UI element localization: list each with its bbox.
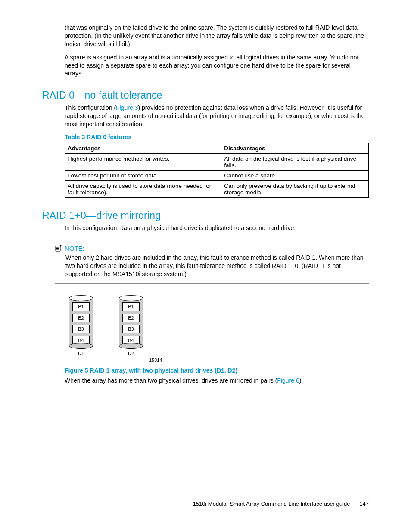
drive-label: D1: [78, 351, 84, 356]
figure-number: 15314: [149, 358, 369, 363]
block: B3: [122, 325, 140, 333]
page-footer: 1510i Modular Smart Array Command Line I…: [193, 501, 369, 507]
page-number: 147: [352, 501, 369, 507]
table-row: Highest performance method for writes. A…: [65, 154, 369, 171]
cylinder-top: [119, 295, 143, 301]
table-header-row: Advantages Disadvantages: [65, 143, 369, 154]
drive-label: D2: [128, 351, 134, 356]
th-disadvantages: Disadvantages: [221, 143, 369, 154]
text: When the array has more than two physica…: [65, 377, 277, 384]
block: B2: [122, 314, 140, 322]
drive-d2: B1 B2 B3 B4 D2: [119, 295, 143, 356]
drive-d1: B1 B2 B3 B4 D1: [69, 295, 93, 356]
table-row: All drive capacity is used to store data…: [65, 181, 369, 198]
figure-5-caption: Figure 5 RAID 1 array, with two physical…: [65, 367, 369, 374]
cell-advantage: All drive capacity is used to store data…: [65, 181, 221, 198]
table-3-caption: Table 3 RAID 0 features: [65, 134, 369, 140]
heading-raid0: RAID 0—no fault tolerance: [42, 90, 369, 101]
table-row: Lowest cost per unit of stored data. Can…: [65, 171, 369, 181]
block: B1: [72, 302, 90, 311]
raid0-description: This configuration (Figure 3) provides n…: [65, 104, 369, 128]
block: B2: [72, 314, 90, 322]
figure-3-link[interactable]: Figure 3: [116, 104, 138, 111]
note-label: NOTE:: [65, 245, 84, 252]
intro-paragraph-2: A spare is assigned to an array and is a…: [65, 53, 369, 78]
intro-paragraph-1: that was originally on the failed drive …: [65, 24, 369, 48]
cell-disadvantage: All data on the logical drive is lost if…: [221, 154, 369, 171]
cell-advantage: Lowest cost per unit of stored data.: [65, 171, 221, 181]
figure-6-link[interactable]: Figure 6: [277, 377, 299, 384]
cylinder-top: [69, 295, 93, 301]
block: B1: [122, 302, 140, 311]
raid10-description: In this configuration, data on a physica…: [65, 224, 369, 232]
cell-disadvantage: Cannot use a spare.: [221, 171, 369, 181]
heading-raid10: RAID 1+0—drive mirroring: [42, 210, 369, 221]
raid10-after-figure: When the array has more than two physica…: [65, 376, 369, 385]
cell-advantage: Highest performance method for writes.: [65, 154, 221, 171]
figure-5: B1 B2 B3 B4 D1 B1 B2 B3 B4 D2 15314 Figu…: [65, 295, 369, 385]
footer-title: 1510i Modular Smart Array Command Line I…: [193, 501, 350, 507]
raid0-features-table: Advantages Disadvantages Highest perform…: [65, 143, 369, 198]
note-icon: [55, 245, 62, 252]
text: This configuration (: [65, 104, 116, 111]
block: B3: [72, 325, 90, 333]
cell-disadvantage: Can only preserve data by backing it up …: [221, 181, 369, 198]
note-body: When only 2 hard drives are included in …: [65, 254, 369, 278]
th-advantages: Advantages: [65, 143, 221, 154]
note-block: NOTE: When only 2 hard drives are includ…: [55, 240, 369, 284]
text: ).: [299, 377, 303, 384]
cylinder-bottom: [119, 343, 143, 349]
cylinder-bottom: [69, 343, 93, 349]
